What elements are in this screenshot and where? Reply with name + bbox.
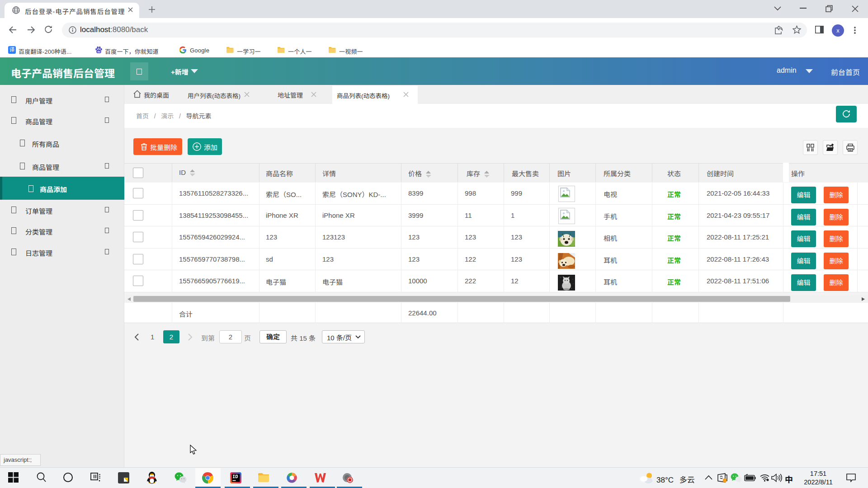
svg-text:du: du xyxy=(97,50,100,53)
